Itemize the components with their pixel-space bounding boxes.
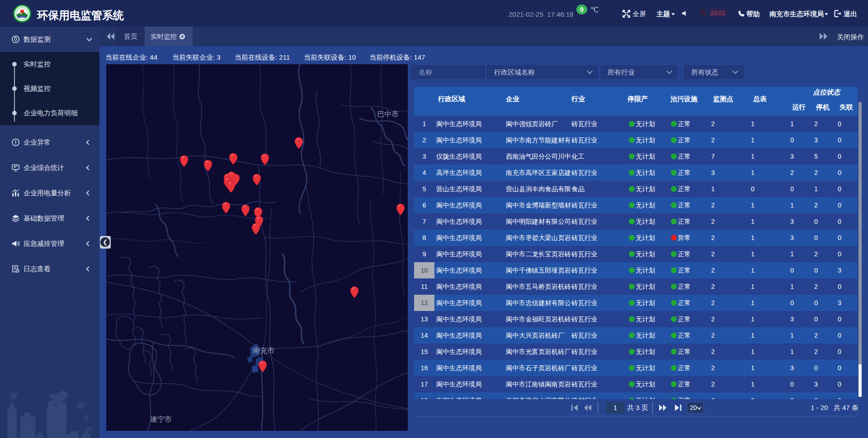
svg-text:南充市: 南充市 (253, 347, 274, 354)
svg-text:巴中市: 巴中市 (377, 110, 399, 118)
svg-text:遂宁市: 遂宁市 (150, 415, 172, 423)
